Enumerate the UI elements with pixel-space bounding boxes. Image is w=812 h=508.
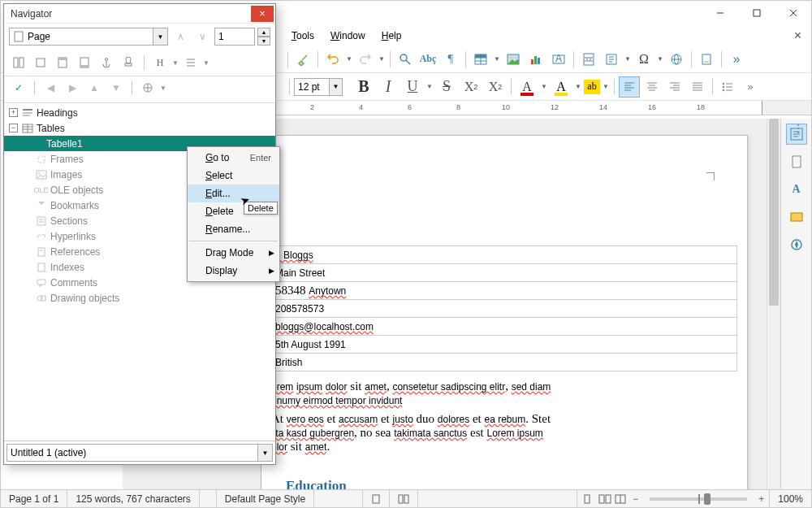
minimize-button[interactable] (702, 2, 738, 25)
table-row[interactable]: 5th August 1991 (271, 336, 737, 354)
navigator-titlebar[interactable]: Navigator × (4, 4, 275, 24)
superscript-button[interactable]: X2 (460, 76, 482, 98)
navigator-doc-combo[interactable]: Untitled 1 (active) ▼ (6, 444, 273, 462)
endnote-icon[interactable] (696, 49, 717, 70)
move-down-icon[interactable]: ▼ (106, 78, 126, 98)
nav-prev-icon[interactable]: ∧ (171, 27, 190, 46)
close-document-icon[interactable]: × (794, 28, 801, 43)
chevron-down-icon[interactable]: ▼ (329, 79, 342, 95)
image-insert-icon[interactable] (503, 49, 524, 70)
field-icon[interactable] (601, 49, 622, 70)
zoom-in-button[interactable]: + (754, 493, 769, 505)
sidebar-page-icon[interactable] (786, 151, 807, 172)
chevron-down-icon[interactable]: ▼ (153, 28, 167, 45)
page[interactable]: e Bloggs Main Street 58348 Anytown 20857… (261, 135, 748, 489)
table-row[interactable]: e Bloggs (271, 245, 737, 264)
symbol-icon[interactable]: Ω (633, 49, 654, 70)
move-up-icon[interactable]: ▲ (84, 78, 104, 98)
bullets-button[interactable] (717, 76, 738, 98)
textbox-icon[interactable]: A (548, 49, 569, 70)
checkmark-icon[interactable]: ✓ (9, 78, 28, 98)
toggle-master-icon[interactable] (31, 53, 50, 72)
sidebar-navigator-icon[interactable] (786, 234, 807, 255)
view-single-icon[interactable] (363, 490, 390, 507)
footer-icon[interactable] (75, 53, 94, 72)
align-left-button[interactable] (619, 76, 640, 98)
nav-next-icon[interactable]: ∨ (192, 27, 212, 46)
redo-icon[interactable] (355, 49, 376, 70)
table-row[interactable]: 58348 Anytown (271, 282, 737, 300)
document-table[interactable]: e Bloggs Main Street 58348 Anytown 20857… (271, 245, 737, 371)
page-spinner[interactable]: ▲▼ (257, 28, 270, 46)
table-row[interactable]: bloggs@localhost.com (271, 318, 737, 336)
menu-help[interactable]: Help (375, 28, 408, 44)
zoom-level[interactable]: 100% (770, 493, 811, 505)
ctx-dragmode[interactable]: Drag Mode▶ (188, 244, 279, 262)
table-insert-icon[interactable] (470, 49, 491, 70)
status-words[interactable]: 125 words, 767 characters (67, 490, 199, 507)
table-row[interactable]: Main Street (271, 264, 737, 282)
underline-button[interactable]: U (401, 76, 424, 98)
sidebar-settings-icon[interactable]: ⋮ (793, 122, 805, 135)
chevron-down-icon[interactable]: ▼ (257, 445, 272, 461)
sidebar-gallery-icon[interactable] (786, 206, 807, 228)
ctx-goto[interactable]: Go toEnter (188, 149, 279, 167)
find-icon[interactable] (395, 49, 416, 70)
heading-levels-icon[interactable]: H (150, 53, 170, 72)
undo-icon[interactable] (322, 49, 343, 70)
promote-icon[interactable]: ◀ (41, 78, 60, 98)
view-layout-icon[interactable] (577, 490, 597, 507)
formatting-marks-icon[interactable]: ¶ (440, 49, 461, 70)
ctx-edit[interactable]: Edit... (188, 185, 279, 202)
paragraph[interactable]: At vero eos et accusam et justo duo dolo… (271, 412, 737, 454)
list-box-icon[interactable] (181, 53, 201, 72)
menu-tools[interactable]: Tools (285, 28, 321, 44)
subscript-button[interactable]: X2 (484, 76, 507, 98)
spellcheck-icon[interactable]: Abç (417, 49, 438, 70)
collapse-icon[interactable]: − (9, 124, 18, 132)
vertical-scrollbar[interactable] (767, 119, 780, 489)
tree-tables[interactable]: −Tables (4, 120, 275, 136)
strike-button[interactable]: S (435, 76, 458, 98)
char-highlight-button[interactable]: ab (584, 80, 600, 94)
ctx-rename[interactable]: Rename... (188, 220, 279, 238)
paragraph[interactable]: orem ipsum dolor sit amet, consetetur sa… (271, 380, 737, 407)
navigator-page-combo[interactable]: Page ▼ (9, 28, 168, 46)
ctx-display[interactable]: Display▶ (188, 262, 279, 280)
expand-icon[interactable]: + (9, 108, 18, 117)
close-button[interactable] (775, 2, 811, 25)
menu-window[interactable]: Window (324, 28, 372, 44)
align-right-button[interactable] (664, 76, 685, 98)
undo-dropdown[interactable]: ▼ (345, 55, 353, 63)
redo-dropdown[interactable]: ▼ (378, 55, 386, 63)
navigator-page-number[interactable]: 1 (214, 28, 255, 46)
chart-insert-icon[interactable] (525, 49, 546, 70)
align-justify-button[interactable] (687, 76, 708, 98)
align-center-button[interactable] (641, 76, 663, 98)
tree-drawing[interactable]: Drawing objects (4, 290, 275, 306)
more-icon[interactable]: » (726, 49, 747, 70)
navigator-close-button[interactable]: × (251, 6, 274, 22)
bold-button[interactable]: B (352, 76, 375, 98)
drag-mode-icon[interactable] (138, 78, 158, 98)
scrollbar-thumb[interactable] (769, 119, 779, 306)
status-page[interactable]: Page 1 of 1 (1, 490, 67, 507)
status-style[interactable]: Default Page Style (217, 490, 314, 507)
content-view-icon[interactable] (9, 53, 28, 72)
pagebreak-icon[interactable] (578, 49, 599, 70)
zoom-slider[interactable] (650, 497, 747, 501)
italic-button[interactable]: I (377, 76, 400, 98)
anchor-icon[interactable] (97, 53, 116, 72)
header-icon[interactable] (53, 53, 72, 72)
table-row[interactable]: 208578573 (271, 300, 737, 318)
font-size-input[interactable]: ▼ (294, 78, 343, 96)
table-row[interactable]: British (271, 354, 737, 371)
more-formatting-icon[interactable]: » (740, 76, 761, 98)
table-dropdown[interactable]: ▼ (493, 55, 501, 63)
tree-headings[interactable]: +Headings (4, 105, 275, 120)
ctx-select[interactable]: Select (188, 167, 279, 185)
hyperlink-icon[interactable] (666, 49, 687, 70)
maximize-button[interactable] (738, 2, 775, 25)
sidebar-styles-icon[interactable]: A (786, 179, 807, 200)
heading-education[interactable]: Education (271, 473, 737, 489)
